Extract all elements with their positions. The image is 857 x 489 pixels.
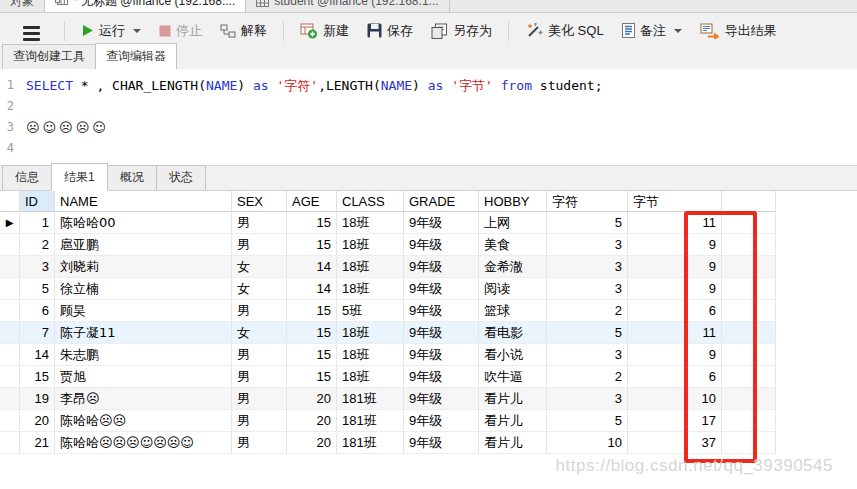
cell[interactable]: 181班 [337, 410, 404, 432]
cell[interactable]: 21 [20, 432, 55, 454]
cell[interactable]: 男 [232, 344, 287, 366]
cell[interactable]: 19 [20, 388, 55, 410]
cell[interactable]: 6 [628, 300, 722, 322]
current-row-marker[interactable]: ▶ [0, 212, 20, 234]
cell[interactable]: 9 [628, 344, 722, 366]
cell[interactable]: 3 [547, 278, 628, 300]
cell[interactable]: 3 [547, 234, 628, 256]
cell[interactable]: 6 [20, 300, 55, 322]
cell[interactable]: 男 [232, 432, 287, 454]
cell[interactable]: 陈哈哈00 [55, 212, 232, 234]
cell[interactable]: 15 [20, 366, 55, 388]
cell[interactable]: 9年级 [404, 432, 479, 454]
cell[interactable]: 18班 [337, 212, 404, 234]
cell[interactable]: 9年级 [404, 366, 479, 388]
column-header-2[interactable]: SEX [232, 191, 287, 212]
window-tab-2[interactable]: student @finance (192.168.1... [246, 0, 449, 13]
cell[interactable]: 15 [287, 322, 337, 344]
cell[interactable]: 9年级 [404, 256, 479, 278]
cell[interactable]: 2 [20, 234, 55, 256]
cell[interactable]: 11 [628, 322, 722, 344]
toolbar-button-7[interactable]: 保存 [360, 19, 420, 43]
cell[interactable]: 男 [232, 366, 287, 388]
cell[interactable]: 15 [287, 212, 337, 234]
row-gutter[interactable] [0, 278, 20, 300]
cell[interactable]: 刘晓莉 [55, 256, 232, 278]
window-tab-1[interactable]: * 无标题 @finance (192.168.... [45, 0, 246, 13]
cell[interactable]: 9年级 [404, 388, 479, 410]
cell[interactable]: 11 [628, 212, 722, 234]
cell[interactable]: 3 [547, 344, 628, 366]
row-gutter[interactable] [0, 256, 20, 278]
cell[interactable]: 看电影 [479, 322, 547, 344]
window-tab-0[interactable]: 对象 [0, 0, 45, 13]
column-header-3[interactable]: AGE [287, 191, 337, 212]
cell[interactable]: 陈哈哈☹☹☹☺☹☹☺ [55, 432, 232, 454]
cell[interactable]: 20 [287, 410, 337, 432]
cell[interactable]: 顾昊 [55, 300, 232, 322]
cell[interactable]: 上网 [479, 212, 547, 234]
tab-result-3[interactable]: 状态 [156, 165, 206, 190]
cell[interactable]: 9年级 [404, 234, 479, 256]
row-gutter[interactable] [0, 234, 20, 256]
cell[interactable]: 看片儿 [479, 410, 547, 432]
cell[interactable]: 2 [547, 366, 628, 388]
dropdown-caret-icon[interactable] [674, 29, 682, 33]
tab-editor-1[interactable]: 查询编辑器 [95, 43, 177, 69]
cell[interactable]: 18班 [337, 234, 404, 256]
toolbar-button-11[interactable]: 备注 [615, 19, 689, 43]
cell[interactable]: 吹牛逼 [479, 366, 547, 388]
cell[interactable]: 看片儿 [479, 432, 547, 454]
cell[interactable]: 朱志鹏 [55, 344, 232, 366]
column-header-6[interactable]: HOBBY [479, 191, 547, 212]
cell[interactable]: 陈哈哈☹☹ [55, 410, 232, 432]
cell[interactable]: 9年级 [404, 278, 479, 300]
toolbar-button-10[interactable]: 美化 SQL [518, 19, 611, 43]
cell[interactable]: 15 [287, 344, 337, 366]
column-header-0[interactable]: ID [20, 191, 55, 212]
row-gutter[interactable] [0, 344, 20, 366]
column-header-7[interactable]: 字符 [547, 191, 628, 212]
cell[interactable]: 看片儿 [479, 388, 547, 410]
cell[interactable]: 男 [232, 212, 287, 234]
cell[interactable]: 18班 [337, 278, 404, 300]
cell[interactable]: 男 [232, 388, 287, 410]
cell[interactable]: 扈亚鹏 [55, 234, 232, 256]
row-gutter[interactable] [0, 300, 20, 322]
cell[interactable]: 男 [232, 234, 287, 256]
column-header-4[interactable]: CLASS [337, 191, 404, 212]
cell[interactable]: 3 [547, 388, 628, 410]
cell[interactable]: 37 [628, 432, 722, 454]
cell[interactable]: 女 [232, 322, 287, 344]
cell[interactable]: 14 [287, 256, 337, 278]
cell[interactable]: 女 [232, 278, 287, 300]
cell[interactable]: 7 [20, 322, 55, 344]
cell[interactable]: 1 [20, 212, 55, 234]
cell[interactable]: 女 [232, 256, 287, 278]
row-gutter[interactable] [0, 366, 20, 388]
cell[interactable]: 9 [628, 256, 722, 278]
cell[interactable]: 18班 [337, 366, 404, 388]
tab-result-1[interactable]: 结果1 [51, 163, 108, 191]
toolbar-button-12[interactable]: 导出结果 [693, 19, 784, 43]
cell[interactable]: 5班 [337, 300, 404, 322]
cell[interactable]: 14 [287, 278, 337, 300]
cell[interactable]: 贾旭 [55, 366, 232, 388]
toolbar-button-8[interactable]: 另存为 [424, 19, 499, 43]
cell[interactable]: 篮球 [479, 300, 547, 322]
cell[interactable]: 20 [287, 388, 337, 410]
cell[interactable]: 5 [20, 278, 55, 300]
tab-result-0[interactable]: 信息 [2, 165, 52, 190]
cell[interactable]: 9年级 [404, 212, 479, 234]
cell[interactable]: 15 [287, 366, 337, 388]
cell[interactable]: 10 [628, 388, 722, 410]
cell[interactable]: 2 [547, 300, 628, 322]
row-gutter[interactable] [0, 432, 20, 454]
cell[interactable]: 17 [628, 410, 722, 432]
cell[interactable]: 9年级 [404, 410, 479, 432]
cell[interactable]: 18班 [337, 344, 404, 366]
cell[interactable]: 18班 [337, 256, 404, 278]
toolbar-button-4[interactable]: 解释 [213, 19, 274, 43]
cell[interactable]: 181班 [337, 388, 404, 410]
cell[interactable]: 阅读 [479, 278, 547, 300]
